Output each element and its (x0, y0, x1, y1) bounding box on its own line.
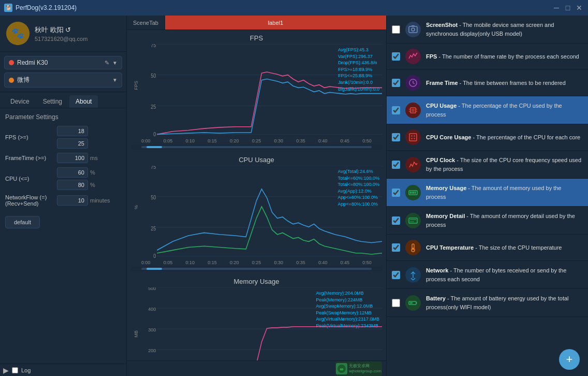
fps-param-row: FPS (>=) (5, 126, 121, 149)
networkflow-unit: minutes (90, 197, 110, 204)
frametime-param-inputs: ms (57, 153, 98, 163)
fps-input-1[interactable] (57, 126, 88, 136)
cpuusage-checkbox[interactable] (392, 106, 400, 114)
cputemp-text: CPU Temperature - The size of the CPU te… (426, 243, 583, 252)
svg-rect-43 (411, 135, 413, 137)
app-dot (9, 78, 14, 83)
device-selectors: Redmi K30 ✎ ▼ 微博 ▼ (0, 52, 126, 92)
svg-text:0: 0 (153, 253, 156, 259)
svg-rect-37 (411, 109, 415, 112)
cpu-input-1[interactable] (57, 167, 88, 178)
fps-chart-main: 75 50 25 0 Avg(FPS):45.3 Var(FPS):296.37 (141, 44, 382, 137)
scene-tab-label[interactable]: SceneTab (127, 16, 165, 30)
svg-rect-42 (409, 134, 417, 141)
svg-rect-34 (411, 25, 415, 26)
svg-rect-50 (413, 192, 414, 194)
wm-icon: ∞ (336, 363, 347, 374)
cpuusage-text: CPU Usage - The percentage of the CPU us… (426, 102, 583, 119)
app-selector[interactable]: 微博 ▼ (4, 73, 122, 88)
memoryusage-text: Memory Usage - The amount of memory used… (426, 184, 583, 201)
device-selector[interactable]: Redmi K30 ✎ ▼ (4, 56, 122, 69)
metric-item-screenshot[interactable]: ScreenShot - The mobile device same scre… (387, 16, 588, 44)
fps-icon (405, 49, 421, 64)
cpu-chart-wrapper: % 75 50 25 0 (131, 166, 382, 259)
device-label: Redmi K30 (17, 59, 101, 66)
maximize-button[interactable]: □ (563, 3, 572, 12)
screenshot-checkbox[interactable] (392, 25, 400, 34)
default-button[interactable]: default (5, 216, 40, 228)
cpu-unit-2: % (90, 182, 95, 188)
device-dot (9, 60, 14, 65)
metric-item-memorydetail[interactable]: Memory Detail - The amount of memory det… (387, 207, 588, 235)
svg-text:50: 50 (151, 195, 156, 201)
cpu-scrollbar-thumb[interactable] (146, 268, 162, 270)
sidebar: 🐾 秋叶 欧阳 ↺ 517321620@qq.com Redmi K30 ✎ ▼… (0, 16, 127, 376)
user-email: 517321620@qq.com (35, 36, 87, 42)
svg-rect-44 (414, 135, 415, 137)
network-text: Network - The number of bytes received o… (426, 266, 583, 283)
frametime-icon (405, 75, 421, 91)
parameter-settings: Parameter Settings FPS (>=) FrameTime (>… (0, 108, 126, 364)
metric-item-battery[interactable]: Battery - The amount of battery energy u… (387, 289, 588, 317)
svg-text:75: 75 (151, 166, 156, 170)
fps-checkbox[interactable] (392, 52, 400, 61)
log-expand-icon[interactable]: ▶ (3, 366, 9, 374)
svg-rect-52 (409, 218, 417, 223)
frametime-input[interactable] (57, 153, 88, 163)
cpuclock-checkbox[interactable] (392, 161, 400, 169)
memoryusage-icon (405, 185, 421, 200)
add-metric-button[interactable]: + (559, 349, 580, 370)
svg-rect-45 (411, 138, 413, 139)
cpu-time-axis: 0:000:050:100:150:200:250:300:350:400:45… (131, 259, 382, 266)
log-checkbox[interactable] (12, 367, 18, 373)
tab-device[interactable]: Device (4, 95, 36, 108)
tab-setting[interactable]: Setting (37, 95, 68, 108)
close-button[interactable]: ✕ (575, 3, 584, 12)
metric-item-cputemp[interactable]: CPU Temperature - The size of the CPU te… (387, 235, 588, 261)
cpu-scrollbar[interactable] (131, 266, 382, 271)
metric-item-cpucore[interactable]: CPU Core Usage - The percentage of the C… (387, 124, 588, 151)
cpucore-checkbox[interactable] (392, 133, 400, 141)
memorydetail-text: Memory Detail - The amount of memory det… (426, 212, 583, 229)
memory-y-label: MB (131, 287, 141, 360)
svg-text:🐾: 🐾 (11, 27, 24, 39)
avatar: 🐾 (6, 22, 30, 45)
tab-bar: Device Setting About (0, 92, 126, 108)
memoryusage-checkbox[interactable] (392, 189, 400, 197)
frametime-checkbox[interactable] (392, 79, 400, 87)
cputemp-checkbox[interactable] (392, 243, 400, 252)
svg-text:200: 200 (148, 348, 156, 353)
fps-chart-title: FPS (131, 34, 382, 42)
fps-scrollbar-thumb[interactable] (146, 146, 162, 148)
metric-item-memoryusage[interactable]: Memory Usage - The amount of memory used… (387, 179, 588, 207)
metric-item-fps[interactable]: FPS - The number of frame rate by the pr… (387, 44, 588, 70)
memory-chart-container: Memory Usage MB 500 (127, 276, 386, 360)
metric-item-cpuusage[interactable]: CPU Usage - The percentage of the CPU us… (387, 96, 588, 124)
cpu-chart-main: 75 50 25 0 Avg(Total):24.6% Total<=60%:1… (141, 166, 382, 259)
fps-scrollbar[interactable] (131, 144, 382, 150)
tab-about[interactable]: About (69, 95, 98, 108)
minimize-button[interactable]: ─ (552, 3, 561, 12)
cpu-param-row: CPU (<=) % % (5, 167, 121, 190)
right-panel: ScreenShot - The mobile device same scre… (386, 16, 588, 376)
cpu-input-2[interactable] (57, 180, 88, 190)
svg-rect-46 (414, 138, 415, 139)
metric-item-network[interactable]: Network - The number of bytes received o… (387, 261, 588, 289)
fps-input-2[interactable] (57, 138, 88, 149)
cpu-y-label: % (131, 166, 141, 249)
fps-param-label: FPS (>=) (5, 134, 57, 140)
svg-rect-51 (415, 192, 416, 194)
frametime-param-row: FrameTime (>=) ms (5, 153, 121, 163)
metric-item-frametime[interactable]: Frame Time - The time between frames to … (387, 70, 588, 96)
memorydetail-checkbox[interactable] (392, 216, 400, 225)
svg-rect-54 (410, 221, 414, 222)
networkflow-input[interactable] (57, 195, 88, 206)
cpu-chart-title: CPU Usage (131, 156, 382, 164)
svg-rect-49 (411, 192, 413, 194)
screenshot-icon (405, 22, 421, 37)
battery-checkbox[interactable] (392, 299, 400, 307)
edit-icon[interactable]: ✎ (105, 60, 109, 66)
metric-item-cpuclock[interactable]: CPU Clock - The size of the CPU core fre… (387, 151, 588, 179)
memory-chart-wrapper: MB 500 400 300 200 (131, 287, 382, 360)
network-checkbox[interactable] (392, 271, 400, 279)
